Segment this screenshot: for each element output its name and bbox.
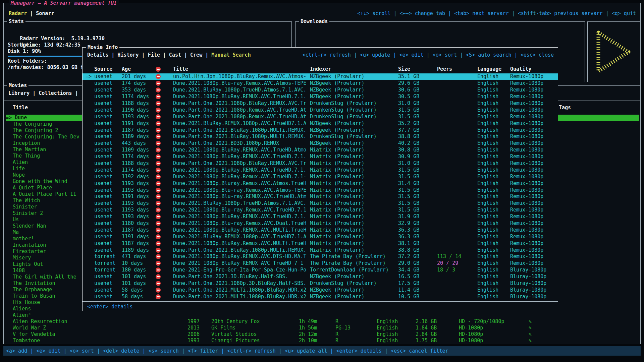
cell-language: English [477,180,510,187]
search-result-row[interactable]: usenet1191 daysDune.2021.BluRay.REMUX.10… [83,120,558,127]
tab-history[interactable]: History [117,52,139,58]
search-result-row[interactable]: usenet1188 daysDune.Part.One.2021.1080p.… [83,100,558,107]
cell-language: English [477,107,510,113]
search-result-row[interactable]: usenet1187 daysDune.2021.1080p.BluRay.Re… [83,240,558,247]
cell-quality: Remux-1080p [510,220,558,227]
search-result-row[interactable]: usenet1189 daysDune.Part.One.2021.BluRay… [83,133,558,140]
cell-title: Dune.Part.One.2021.3D.BluRay.Half-SBS. [173,274,310,280]
search-result-row[interactable]: usenet1193 daysDune.2021.1080p.Bluray.Re… [83,180,558,187]
cell-size: 31.5 GB [398,193,437,200]
search-result-row[interactable]: usenet1109 daysDune.2021.1080p.BluRay.RE… [83,147,558,154]
cell-indexer: DrunkenSlug (Prowlarr) [310,107,398,113]
top-keybind-hints: <↑↓> scroll | <←→> change tab | <tab> ne… [357,10,636,17]
tab-details[interactable]: Details [87,52,108,58]
cell-quality: Bluray-1080p [510,274,558,280]
search-result-row[interactable]: torrent471 daysDune.2021.1080p.BluRay.RE… [83,253,558,260]
search-result-row[interactable]: usenet1193 daysDune.Part.One.2021.1080p.… [83,113,558,120]
search-result-row[interactable]: usenet443 daysDune.Part.One.2021.BD3D.10… [83,140,558,147]
rejection-icon [156,248,161,253]
cell-size: 31.5 GB [398,167,437,173]
search-result-row[interactable]: usenet1187 daysDune.2021.1080p.BluRay.RE… [83,227,558,233]
tab-crew[interactable]: Crew [190,52,202,58]
cell-age: 1193 days [122,187,155,193]
tab-separator: | [108,52,117,58]
cell-quality: Remux-1080p [510,180,558,187]
tab-sonarr[interactable]: Sonarr [36,10,54,16]
search-result-row[interactable]: usenet1180 daysDune.2021.1080p.Blu-ray.R… [83,220,558,227]
keybind-edit: <e> edit [399,52,423,58]
search-result-row[interactable]: usenet58 daysDune.Part.One.2021.MULTi.10… [83,287,558,294]
search-result-row[interactable]: usenet174 daysDune.2021.1080p.Blu-ray.Re… [83,80,558,87]
cell-title: Dune.2021.1080p.BluRay.REMUX.AVC.TrueHD.… [173,154,310,160]
tab-cast[interactable]: Cast [169,52,181,58]
search-result-row[interactable]: usenet1193 daysDune.2021.1080p.BluRay.RE… [83,214,558,220]
cell-title: Dune.2021.BluRay.1080p.TrueHD.Atmos.7.1.… [173,87,310,93]
search-result-row[interactable]: usenet1189 daysDune.Part.One.2021.BluRay… [83,247,558,253]
search-result-row[interactable]: usenet1193 daysDune.2021.1080p.Blu-ray.R… [83,207,558,214]
movie-studio: GK Films [211,325,235,331]
cell-size: 31.0 GB [398,100,437,107]
cell-language: English [477,274,510,280]
cell-rejected [155,187,173,193]
cell-title: Dune.2021.1080p.Blu-ray.Remux.AVC.Atmos-… [173,187,310,193]
tab-separator: | [181,52,190,58]
search-result-row[interactable]: usenet1193 daysDune.2021.1080p.Blu-ray.R… [83,187,558,193]
cell-language: English [477,220,510,227]
cell-language: English [477,280,510,287]
tab-file[interactable]: File [148,52,160,58]
cell-age: 58 days [122,294,155,300]
search-result-row[interactable]: usenet1187 daysDune.Part.One.2021.BluRay… [83,127,558,133]
rejection-icon [156,134,161,139]
cell-source: usenet [94,94,122,100]
cell-source: torrent [94,253,122,260]
cell-language: English [477,147,510,153]
movie-runtime: 1h 49m [299,318,317,325]
rejection-icon [156,207,161,213]
tab-radarr[interactable]: Radarr [9,10,27,16]
search-result-row[interactable]: torrent180 daysDune-2021-Eng-Fre-Ger-Ita… [83,267,558,274]
cell-source: usenet [94,234,122,240]
keybind-filter: <f> filter [188,348,218,354]
tab-separator: | [139,52,148,58]
search-result-row[interactable]: usenet58 daysDune.Part.One.2021.MULTi.10… [83,293,558,300]
search-result-row[interactable]: usenet1188 daysDune.Part.One.2021.1080p.… [83,160,558,167]
cell-size: 17.5 GB [398,280,437,287]
cell-title: un.Pol.Hin.Jpn.1080p.BluRay.Remux.AVC.At… [173,73,310,80]
search-result-row[interactable]: usenet353 daysDune.2021.BluRay.1080p.Tru… [83,87,558,94]
cell-quality: Remux-1080p [510,140,558,146]
cell-quality: Bluray-1080p [510,280,558,287]
rejection-icon [156,114,161,119]
cell-title: Dune.2021.BluRay.REMUX.1080p.AVC.TrueHD7… [173,234,310,240]
movie-detail-row: 2006Virtual Studios2h 12mREnglish2.84 GB… [4,331,640,338]
search-result-row[interactable]: usenet1174 daysDune.2021.1080p.BluRay.RE… [83,94,558,100]
search-result-row[interactable]: usenet1191 daysDune.2021.1080p.Blu-ray.R… [83,193,558,200]
cell-rejected [155,147,173,153]
search-result-row[interactable]: usenet1190 daysDune.Part.One.2021.1080p.… [83,107,558,113]
movie-runtime: 2h 12m [299,331,317,338]
cell-language: English [477,267,510,273]
search-result-row[interactable]: usenet1193 daysDune.2021.BluRay.1080p.Tr… [83,200,558,207]
cell-source: usenet [94,127,122,133]
cell-size: 36.3 GB [398,234,437,240]
monitored-icon: ✎ [529,338,532,344]
cell-rejected [155,133,173,140]
search-result-row[interactable]: usenet1192 daysDune.2021.1080p.BluRay.Re… [83,173,558,180]
search-result-row[interactable]: torrent10 daysDune 2021 1080p BluRay REM… [83,260,558,267]
cell-title: Dune.2021.1080p.BluRay.REMUX.AVC.TrueHD.… [173,214,310,220]
cell-size: 31.5 GB [398,114,437,120]
tab-manual-search[interactable]: Manual Search [211,52,251,58]
monitored-icon: ✎ [529,318,532,325]
search-result-row[interactable]: usenet101 daysDune.Part.One.2021.3D.BluR… [83,274,558,280]
modal-keybind-hints: <ctrl-r> refresh | <u> update | <e> edit… [302,52,554,58]
search-result-row[interactable]: usenet1174 daysDune.2021.1080p.BluRay.RE… [83,154,558,160]
cell-indexer: NZBgeek (Prowlarr) [310,274,398,280]
keybind-previous-servarr: <shift-tab> previous servarr [518,10,603,16]
stats-root-folder-value: /nfs/movies: 8056.03 GB f [8,64,84,71]
search-result-row[interactable]: usenet1174 daysDune.2021.1080p.BluRay.RE… [83,167,558,173]
cell-language: English [477,200,510,206]
search-result-row[interactable]: =>usenet201 daysun.Pol.Hin.Jpn.1080p.Blu… [83,73,558,80]
search-result-row[interactable]: usenet1191 daysDune.2021.BluRay.REMUX.10… [83,233,558,240]
search-result-row[interactable]: usenet101 daysDune.Part.One.2021.1080p.3… [83,280,558,287]
keybind-add: <a> add [6,348,27,354]
managarr-logo [591,28,637,76]
